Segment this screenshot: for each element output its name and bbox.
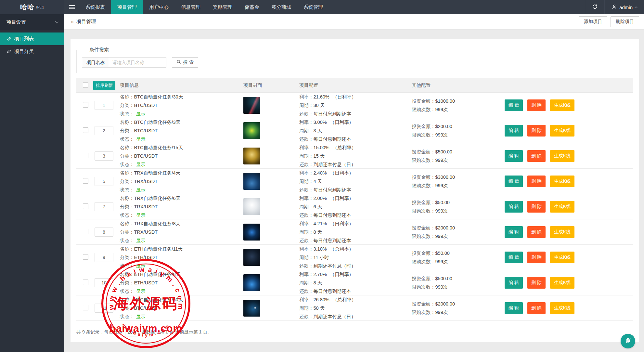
edit-button[interactable]: 编 辑 bbox=[505, 226, 523, 238]
bell-slash-icon bbox=[624, 337, 632, 345]
repay-value: 到期还本付息（日） bbox=[314, 162, 356, 167]
nav-item[interactable]: 用户中心 bbox=[143, 0, 175, 14]
project-name: ETH自动量化任务/8天 bbox=[134, 272, 181, 277]
sort-input[interactable] bbox=[95, 151, 113, 161]
sidebar-item[interactable]: 项目列表 bbox=[0, 33, 64, 45]
refresh-button[interactable] bbox=[585, 0, 604, 14]
category-label: 分类： bbox=[120, 128, 134, 133]
status-toggle-link[interactable]: 显示 bbox=[136, 137, 146, 142]
delete-button[interactable]: 删 除 bbox=[527, 252, 546, 263]
search-panel-legend: 条件搜索 bbox=[86, 47, 112, 53]
edit-button[interactable]: 编 辑 bbox=[505, 302, 523, 314]
sort-input[interactable] bbox=[95, 177, 113, 186]
generate-kline-button[interactable]: 生成K线 bbox=[550, 302, 574, 314]
user-menu[interactable]: admin bbox=[604, 0, 644, 14]
status-toggle-link[interactable]: 显示 bbox=[136, 187, 146, 192]
generate-kline-button[interactable]: 生成K线 bbox=[550, 252, 574, 263]
status-toggle-link[interactable]: 显示 bbox=[136, 238, 146, 243]
content-card: 条件搜索 项目名称 搜 索 排序刷新 项目信息 bbox=[71, 39, 639, 342]
nav-item[interactable]: 系统管理 bbox=[297, 0, 329, 14]
sort-input[interactable] bbox=[95, 228, 113, 237]
amount-label: 投资金额： bbox=[412, 200, 435, 205]
nav-item[interactable]: 信息管理 bbox=[175, 0, 207, 14]
limit-value: 999次 bbox=[435, 183, 448, 188]
sort-input[interactable] bbox=[95, 101, 113, 110]
table-row: 名称：BTC自动量化任务/30天 分类：BTC/USDT 状态：显示 利率：21… bbox=[76, 93, 633, 118]
delete-button[interactable]: 删 除 bbox=[527, 150, 546, 162]
notification-mute-button[interactable] bbox=[621, 334, 635, 348]
row-checkbox[interactable] bbox=[83, 280, 88, 285]
project-name: TRX自动量化任务/8天 bbox=[134, 221, 181, 226]
generate-kline-button[interactable]: 生成K线 bbox=[550, 99, 574, 111]
edit-button[interactable]: 编 辑 bbox=[505, 99, 523, 111]
menu-toggle-icon[interactable] bbox=[64, 0, 79, 14]
page-header: » 项目管理 添加项目 删除项目 bbox=[64, 14, 644, 29]
nav-item[interactable]: 奖励管理 bbox=[207, 0, 238, 14]
row-checkbox[interactable] bbox=[83, 229, 88, 234]
select-all-checkbox[interactable] bbox=[83, 82, 88, 88]
nav-item[interactable]: 积分商城 bbox=[265, 0, 297, 14]
sort-input[interactable] bbox=[95, 126, 113, 135]
sort-input[interactable] bbox=[95, 278, 113, 287]
edit-button[interactable]: 编 辑 bbox=[505, 252, 523, 263]
sidebar-item[interactable]: 项目分类 bbox=[0, 45, 64, 58]
project-name: ETH自动量化任务/11天 bbox=[134, 246, 183, 252]
row-checkbox[interactable] bbox=[83, 305, 88, 310]
delete-button[interactable]: 删 除 bbox=[527, 99, 546, 111]
edit-button[interactable]: 编 辑 bbox=[505, 176, 523, 187]
edit-button[interactable]: 编 辑 bbox=[505, 201, 523, 213]
status-toggle-link[interactable]: 显示 bbox=[136, 213, 146, 218]
search-icon bbox=[176, 59, 181, 65]
row-checkbox[interactable] bbox=[83, 127, 88, 133]
delete-button[interactable]: 删 除 bbox=[527, 226, 546, 238]
delete-project-button[interactable]: 删除项目 bbox=[611, 16, 639, 27]
status-toggle-link[interactable]: 显示 bbox=[136, 162, 146, 167]
projects-table: 排序刷新 项目信息 项目封面 项目配置 其他配置 名称：BTC自动量化任务/30… bbox=[76, 78, 633, 336]
row-checkbox[interactable] bbox=[83, 178, 88, 184]
rate-value: 3.00% bbox=[314, 120, 327, 125]
nav-item[interactable]: 项目管理 bbox=[111, 0, 143, 14]
limit-label: 限购次数： bbox=[412, 183, 435, 188]
page-size-select[interactable]: 20 ▾ bbox=[125, 328, 139, 336]
category-label: 分类： bbox=[120, 153, 134, 159]
edit-button[interactable]: 编 辑 bbox=[505, 150, 523, 162]
edit-button[interactable]: 编 辑 bbox=[505, 277, 523, 289]
edit-button[interactable]: 编 辑 bbox=[505, 125, 523, 137]
row-checkbox[interactable] bbox=[83, 254, 88, 260]
status-toggle-link[interactable]: 显示 bbox=[136, 314, 146, 319]
generate-kline-button[interactable]: 生成K线 bbox=[550, 125, 574, 137]
sidebar-section-header[interactable]: 项目设置 bbox=[0, 14, 64, 30]
add-project-button[interactable]: 添加项目 bbox=[579, 16, 607, 27]
sort-input[interactable] bbox=[95, 253, 113, 262]
delete-button[interactable]: 删 除 bbox=[527, 302, 546, 314]
delete-button[interactable]: 删 除 bbox=[527, 201, 546, 213]
delete-button[interactable]: 删 除 bbox=[527, 125, 546, 137]
sort-refresh-button[interactable]: 排序刷新 bbox=[93, 81, 115, 90]
row-checkbox[interactable] bbox=[83, 102, 88, 108]
delete-button[interactable]: 删 除 bbox=[527, 277, 546, 289]
status-toggle-link[interactable]: 显示 bbox=[136, 263, 146, 268]
sort-input[interactable] bbox=[95, 202, 113, 211]
app-logo-text: 哈哈 bbox=[20, 3, 34, 12]
project-category: BTC/USDT bbox=[134, 306, 158, 311]
delete-button[interactable]: 删 除 bbox=[527, 176, 546, 187]
row-checkbox[interactable] bbox=[83, 203, 88, 209]
search-input[interactable] bbox=[109, 57, 166, 68]
repay-value: 每日付息到期还本 bbox=[314, 187, 351, 192]
main-nav: 系统报表项目管理用户中心信息管理奖励管理储蓄金积分商城系统管理 bbox=[79, 0, 329, 14]
generate-kline-button[interactable]: 生成K线 bbox=[550, 277, 574, 289]
generate-kline-button[interactable]: 生成K线 bbox=[550, 150, 574, 162]
nav-item[interactable]: 储蓄金 bbox=[238, 0, 265, 14]
search-button[interactable]: 搜 索 bbox=[172, 57, 198, 68]
project-category: ETH/USDT bbox=[134, 280, 158, 285]
status-toggle-link[interactable]: 显示 bbox=[136, 111, 146, 116]
status-toggle-link[interactable]: 显示 bbox=[136, 289, 146, 294]
row-checkbox[interactable] bbox=[83, 153, 88, 158]
generate-kline-button[interactable]: 生成K线 bbox=[550, 226, 574, 238]
period-value: 11 小时 bbox=[314, 255, 329, 260]
generate-kline-button[interactable]: 生成K线 bbox=[550, 176, 574, 187]
limit-value: 999次 bbox=[435, 259, 448, 264]
sort-input[interactable] bbox=[95, 304, 113, 313]
nav-item[interactable]: 系统报表 bbox=[79, 0, 111, 14]
generate-kline-button[interactable]: 生成K线 bbox=[550, 201, 574, 213]
